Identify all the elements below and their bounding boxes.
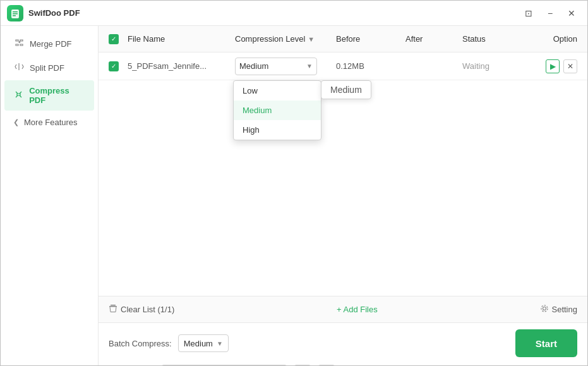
sidebar-item-compress-pdf[interactable]: Compress PDF (4, 80, 94, 111)
batch-compress-arrow-icon: ▼ (217, 340, 223, 347)
setting-button[interactable]: Setting (540, 304, 577, 315)
split-pdf-label: Split PDF (30, 63, 64, 73)
setting-icon (540, 304, 549, 315)
row-actions: ▶ ✕ (538, 59, 577, 73)
row-checkbox[interactable]: ✓ (109, 61, 119, 71)
titlebar-left: SwifDoo PDF (7, 5, 80, 21)
app-title: SwifDoo PDF (28, 8, 80, 18)
add-files-label: + Add Files (337, 305, 378, 314)
compress-pdf-label: Compress PDF (29, 86, 85, 105)
app-window: SwifDoo PDF ⊡ − ✕ Merge PDF (0, 0, 588, 366)
compression-value: Medium (239, 61, 268, 71)
footer-row-1: Batch Compress: Medium ▼ Start (109, 329, 577, 357)
compression-tooltip: Medium (321, 80, 371, 99)
compress-icon (13, 90, 24, 101)
header-compression: Compression Level ▼ (235, 34, 336, 44)
merge-pdf-label: Merge PDF (30, 39, 71, 49)
add-files-button[interactable]: + Add Files (337, 305, 378, 314)
table-header: ✓ File Name Compression Level ▼ Before A… (99, 26, 587, 52)
delete-button[interactable]: ✕ (563, 59, 577, 73)
svg-point-6 (543, 307, 546, 310)
titlebar-controls: ⊡ − ✕ (519, 6, 581, 21)
svg-rect-2 (13, 13, 18, 15)
svg-rect-3 (13, 15, 16, 16)
option-high[interactable]: High (234, 120, 321, 140)
filter-icon: ▼ (308, 35, 315, 43)
bottom-bar: Clear List (1/1) + Add Files Setting (99, 296, 587, 322)
header-status: Status (462, 34, 538, 44)
batch-compress-label: Batch Compress: (109, 339, 172, 348)
batch-compress-value: Medium (184, 339, 213, 348)
split-icon (13, 62, 25, 73)
right-panel: ✓ File Name Compression Level ▼ Before A… (99, 26, 587, 365)
restore-button[interactable]: ⊡ (519, 6, 538, 21)
row-status: Waiting (462, 61, 538, 71)
compression-dropdown-menu: Low Medium High (233, 80, 321, 140)
table-row: ✓ 5_PDFsam_Jennife... Medium ▼ 0.12MB Wa… (99, 52, 587, 80)
header-option: Option (538, 34, 577, 44)
select-all-checkbox[interactable]: ✓ (109, 34, 119, 44)
clear-list-label: Clear List (1/1) (121, 305, 174, 314)
table-area: ✓ File Name Compression Level ▼ Before A… (99, 26, 587, 296)
clear-list-button[interactable]: Clear List (1/1) (109, 304, 174, 315)
svg-rect-5 (111, 305, 116, 306)
output-path-folder-button[interactable] (318, 365, 335, 365)
status-badge: Waiting (462, 61, 489, 71)
play-button[interactable]: ▶ (546, 59, 560, 73)
svg-rect-4 (109, 306, 117, 307)
output-path-select[interactable]: Document's Current Directory ▼ (161, 365, 287, 365)
sidebar-item-more-features[interactable]: ❮ More Features (4, 112, 94, 133)
merge-icon (13, 38, 25, 49)
row-before: 0.12MB (336, 61, 405, 71)
dropdown-arrow-icon: ▼ (306, 63, 313, 70)
main-content: Merge PDF Split PDF Compress PDF (1, 26, 587, 365)
setting-label: Setting (552, 305, 577, 314)
row-options-container: ▶ ✕ (538, 59, 577, 73)
footer-row-2: Output Path: Document's Current Director… (109, 365, 577, 365)
chevron-left-icon: ❮ (13, 118, 19, 126)
clear-list-icon (109, 304, 117, 315)
more-features-label: More Features (24, 118, 78, 127)
header-after: After (405, 34, 462, 44)
row-compression: Medium ▼ (235, 58, 336, 75)
svg-point-7 (541, 305, 548, 312)
option-medium[interactable]: Medium (234, 101, 321, 120)
close-button[interactable]: ✕ (562, 6, 581, 21)
batch-compress-select[interactable]: Medium ▼ (178, 334, 229, 352)
row-filename: 5_PDFsam_Jennife... (128, 61, 235, 71)
sidebar-item-merge-pdf[interactable]: Merge PDF (4, 32, 94, 55)
minimize-button[interactable]: − (541, 6, 560, 21)
svg-rect-1 (13, 11, 18, 13)
header-filename: File Name (128, 34, 235, 44)
header-before: Before (336, 34, 405, 44)
row-check: ✓ (109, 61, 128, 71)
start-button[interactable]: Start (515, 329, 577, 357)
footer: Batch Compress: Medium ▼ Start Output Pa… (99, 322, 587, 365)
output-path-more-button[interactable]: ··· (294, 365, 311, 365)
compression-dropdown[interactable]: Medium ▼ (235, 58, 317, 75)
sidebar-item-split-pdf[interactable]: Split PDF (4, 56, 94, 79)
sidebar: Merge PDF Split PDF Compress PDF (1, 26, 99, 365)
app-logo (7, 5, 23, 21)
option-low[interactable]: Low (234, 81, 321, 101)
header-check: ✓ (109, 34, 128, 44)
titlebar: SwifDoo PDF ⊡ − ✕ (1, 1, 587, 26)
